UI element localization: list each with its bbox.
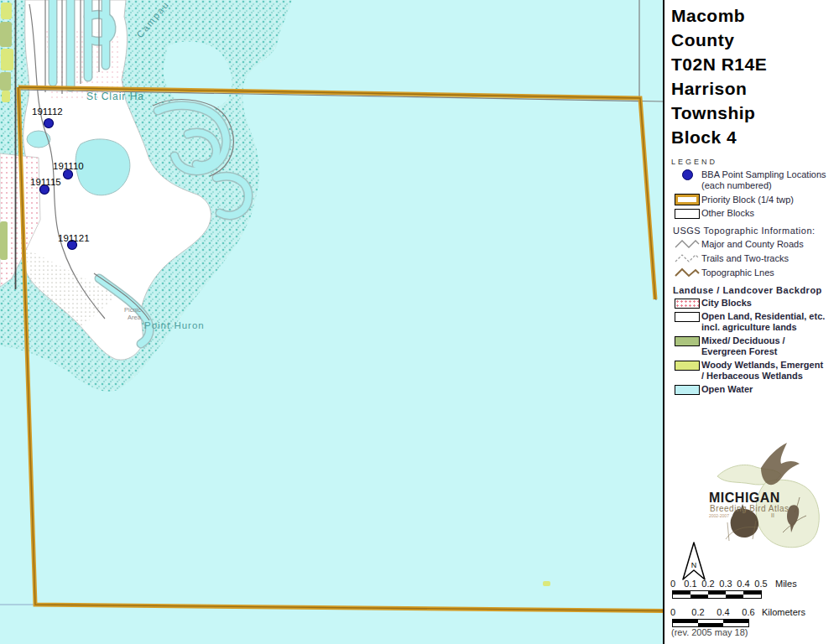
sampling-point-label: 191121 — [58, 233, 90, 243]
scale-bars: 0 0.1 0.2 0.3 0.4 0.5 Miles 0 0.2 0.4 — [670, 579, 837, 629]
legend-item-priority-block: Priority Block (1/4 twp) — [673, 194, 839, 205]
title-line: Block 4 — [671, 125, 839, 149]
title-line: T02N R14E — [671, 52, 839, 76]
priority-block-swatch-icon — [675, 194, 700, 205]
legend-item-open-land: Open Land, Residential, etc. — [673, 311, 839, 322]
road-line-icon — [675, 238, 700, 250]
hawk-icon — [761, 443, 800, 485]
topo-line-icon — [675, 267, 700, 278]
point-label: Point Huron — [144, 320, 205, 330]
trail-line-icon — [675, 252, 700, 264]
sampling-point-dot — [44, 119, 54, 128]
legend-label: City Blocks — [701, 298, 752, 309]
km-scale-bar — [672, 619, 749, 627]
scale-tick-label: 0.2 — [701, 579, 714, 589]
legend-label: incl. agriculture lands — [701, 322, 839, 333]
title-line: Harrison — [671, 76, 839, 101]
city-blocks-swatch-icon — [675, 299, 700, 309]
legend-item-wetlands: Woody Wetlands, Emergent — [673, 360, 839, 371]
map-title: Macomb County T02N R14E Harrison Townshi… — [664, 0, 839, 149]
scale-tick-label: 0 — [670, 607, 675, 617]
legend-label: Open Water — [701, 384, 753, 395]
open-land-swatch-icon — [675, 312, 700, 322]
map-sheet: Campau Bay St Clair Ha Point Huron Picni… — [0, 0, 839, 644]
title-line: Township — [671, 101, 839, 125]
picnic-label-1: Picnic — [124, 306, 141, 314]
miles-scale-bar — [672, 590, 762, 599]
wetland-swatch-icon — [675, 361, 700, 371]
legend-item-trails: Trails and Two-tracks — [673, 252, 839, 264]
title-line: County — [671, 28, 839, 52]
legend-item-roads: Major and County Roads — [673, 238, 839, 250]
legend-label: Open Land, Residential, etc. — [701, 311, 825, 322]
scale-unit-label: Kilometers — [762, 607, 805, 617]
miles-scale-labels: 0 0.1 0.2 0.3 0.4 0.5 Miles — [670, 579, 837, 590]
legend-heading: LEGEND — [671, 158, 839, 166]
scale-tick-label: 0.4 — [717, 607, 729, 617]
scale-tick-label: 0.5 — [754, 579, 767, 589]
legend-label: (each numbered) — [701, 180, 839, 191]
legend-label: Topographic Lnes — [701, 267, 774, 278]
scale-tick-label: 0 — [670, 579, 675, 589]
legend-item-bba-points: BBA Point Sampling Locations — [673, 169, 839, 180]
legend-item-other-blocks: Other Blocks — [673, 208, 839, 219]
other-blocks-swatch-icon — [675, 209, 700, 219]
logo-years: 2002-2007 — [709, 513, 729, 518]
legend-label: BBA Point Sampling Locations — [701, 169, 826, 180]
legend-label: Woody Wetlands, Emergent — [701, 360, 823, 371]
sampling-point-dot — [64, 170, 73, 179]
legend-item-city-blocks: City Blocks — [673, 298, 839, 309]
pond-large — [76, 139, 130, 195]
legend-label: Evergreen Forest — [701, 346, 839, 357]
km-scale-labels: 0 0.2 0.4 0.6 Kilometers — [670, 607, 837, 619]
scale-unit-label: Miles — [775, 579, 797, 589]
legend-item-forest: Mixed/ Deciduous / — [673, 335, 839, 346]
legend-label: Priority Block (1/4 twp) — [701, 195, 794, 205]
scale-tick-label: 0.2 — [691, 607, 704, 617]
title-line: Macomb — [671, 3, 839, 28]
legend-label: Major and County Roads — [701, 239, 804, 250]
landuse-heading: Landuse / Landcover Backdrop — [673, 285, 839, 295]
legend-item-topo-lines: Topographic Lnes — [673, 267, 839, 278]
map-canvas: Campau Bay St Clair Ha Point Huron Picni… — [0, 0, 663, 644]
open-water-swatch-icon — [675, 385, 700, 395]
mbba-logo: MICHIGAN Breeding Bird Atlas 2002-2007 I… — [667, 439, 835, 552]
logo-subtitle: Breeding Bird Atlas — [710, 504, 789, 513]
sampling-point-label: 191110 — [53, 161, 84, 171]
sampling-point-label: 191115 — [30, 177, 61, 187]
forest-swatch-icon — [675, 336, 700, 346]
scale-tick-label: 0.6 — [742, 607, 754, 617]
legend-label: Mixed/ Deciduous / — [701, 335, 785, 346]
sampling-point-label: 191112 — [32, 106, 63, 117]
legend-label: / Herbaceous Wetlands — [701, 371, 839, 382]
picnic-label-2: Area — [128, 314, 142, 321]
north-arrow-label: N — [691, 561, 697, 569]
scale-tick-label: 0.3 — [719, 579, 732, 589]
logo-state-name: MICHIGAN — [709, 491, 780, 505]
legend-label: Other Blocks — [701, 208, 754, 219]
pond-small — [27, 131, 50, 148]
sampling-dot-icon — [682, 169, 693, 180]
legend-label: Trails and Two-tracks — [701, 253, 789, 264]
scale-tick-label: 0.4 — [737, 579, 749, 589]
scale-tick-label: 0.1 — [684, 579, 696, 589]
shore-label: St Clair Ha — [86, 91, 144, 102]
usgs-heading: USGS Topographic Information: — [673, 226, 839, 236]
revision-note: (rev. 2005 may 18) — [671, 627, 748, 637]
logo-numeral: II — [771, 512, 774, 518]
legend-item-open-water: Open Water — [673, 384, 839, 395]
